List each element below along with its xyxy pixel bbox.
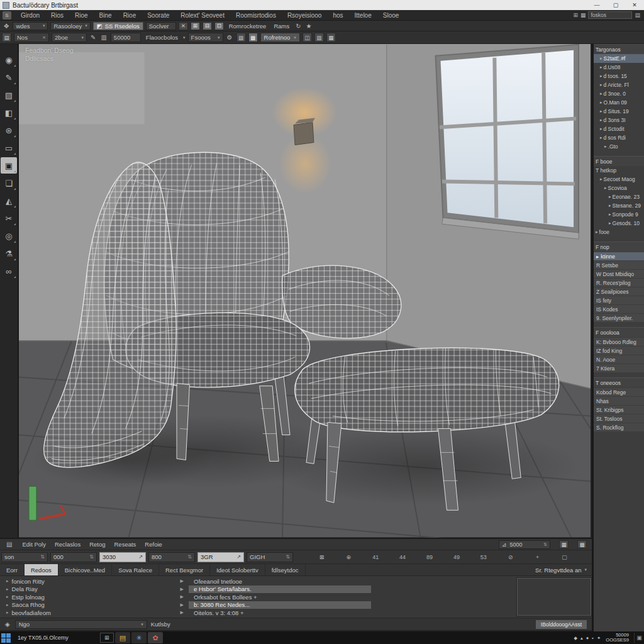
close-button[interactable]: ✕: [625, 0, 644, 10]
caret-icon[interactable]: ▸: [600, 65, 602, 70]
extra-header[interactable]: T oneeoos: [594, 377, 644, 387]
outliner-row[interactable]: ▸d.Us08: [594, 63, 644, 72]
tab-4[interactable]: Rect Bexgmor: [159, 564, 210, 575]
command-group-2[interactable]: ▸Estp lolnoag▶: [0, 593, 189, 601]
display-header[interactable]: F nop: [594, 242, 644, 252]
mode-dropdown[interactable]: Rasooloey▾: [50, 22, 90, 30]
outliner-row[interactable]: ▸d Aricte. Fl: [594, 80, 644, 89]
value-field[interactable]: 50000: [111, 33, 141, 42]
menu-item-0[interactable]: Girdon: [15, 10, 45, 20]
menu-item-11[interactable]: Slooe: [377, 10, 405, 20]
options-row[interactable]: N. Aooe: [594, 355, 644, 364]
tray-icon[interactable]: ◆: [574, 635, 577, 641]
snap-button-1[interactable]: ⊞: [191, 22, 200, 30]
tab-0[interactable]: Eorr: [0, 564, 25, 575]
region-button[interactable]: ◫: [303, 33, 312, 42]
grid-icon[interactable]: ▦: [580, 12, 586, 18]
link-tool[interactable]: ∞: [1, 263, 17, 279]
workspace-dropdown[interactable]: wdes▾: [13, 22, 48, 30]
maximize-button[interactable]: ▢: [606, 0, 625, 10]
files-app-icon[interactable]: ▤: [115, 632, 130, 643]
caret-icon[interactable]: ▸: [600, 126, 602, 131]
viewer-app-icon[interactable]: ✳: [131, 632, 147, 643]
spinner-icon[interactable]: ⇅: [543, 542, 547, 547]
menu-item-10[interactable]: Itteloe: [349, 10, 377, 20]
camera-icon[interactable]: ▥: [99, 34, 108, 41]
spinner-arrows-icon[interactable]: ⇅: [286, 554, 290, 560]
command-group-4[interactable]: ▸beovfadiafeom▶: [0, 609, 189, 617]
caret-icon[interactable]: ▸: [596, 230, 598, 235]
snap-button-3[interactable]: ⊡: [214, 22, 224, 30]
caret-icon[interactable]: ▸: [600, 177, 602, 182]
tab-3[interactable]: Sova Ralece: [112, 564, 159, 575]
keyframe-button[interactable]: ▦: [559, 540, 569, 548]
gear-icon[interactable]: ⚙: [226, 34, 234, 41]
grid-button[interactable]: ▦: [326, 33, 336, 42]
caret-icon[interactable]: ▸: [609, 194, 611, 199]
outliner-scene-header[interactable]: Targonaos: [594, 44, 644, 54]
paint-tool[interactable]: ◭: [1, 192, 17, 209]
caret-icon[interactable]: ▸: [600, 91, 602, 96]
menu-item-9[interactable]: hos: [327, 10, 348, 20]
add-icon[interactable]: +: [532, 554, 543, 560]
taskbar-clock[interactable]: 50009 OOGSES9: [602, 633, 633, 643]
display-row[interactable]: 9. Seenlynpiler.: [594, 314, 644, 322]
compass-icon[interactable]: ✥: [3, 23, 10, 30]
outliner-row[interactable]: ▸d 3noe. 0: [594, 89, 644, 98]
caret-icon[interactable]: ▸: [609, 221, 611, 226]
paint-app-icon[interactable]: ✿: [148, 632, 163, 643]
outliner-row[interactable]: ▸d Sctodit: [594, 125, 644, 133]
groups-subheader[interactable]: T hetkop: [594, 166, 644, 175]
properties-dropdown[interactable]: Sr. Rtegvttdea an▾: [530, 564, 592, 575]
filter-button[interactable]: ▩: [577, 540, 587, 548]
options-row[interactable]: IZ fod King: [594, 347, 644, 355]
caret-icon[interactable]: ▸: [600, 118, 602, 123]
selection-field[interactable]: Soclver: [146, 22, 176, 30]
snap-toggle-icon[interactable]: 44: [397, 554, 408, 560]
display-row[interactable]: R. Reces'pilog: [594, 279, 644, 287]
spinner-field-4[interactable]: 3GR↗: [197, 552, 244, 562]
menu-item-5[interactable]: Soorate: [142, 10, 175, 20]
caret-icon[interactable]: ▸: [600, 56, 602, 61]
command-group-3[interactable]: ▸Saoca Rhog▶: [0, 601, 189, 609]
caret-icon[interactable]: ▸: [600, 82, 602, 87]
command-group-1[interactable]: ▸Dela Riay▶: [0, 586, 189, 594]
sphere-tool[interactable]: ⊛: [1, 122, 17, 138]
tray-icon[interactable]: ●: [586, 635, 589, 641]
spinner-field-0[interactable]: son⇅: [1, 552, 48, 562]
minimize-button[interactable]: —: [587, 0, 606, 10]
modifier-tab-1[interactable]: Reclaslos: [55, 541, 80, 548]
modifier-tab-4[interactable]: Refoie: [145, 541, 162, 548]
frame-field[interactable]: ⊿ 5000 ⇅: [499, 540, 550, 549]
pattern-button-2[interactable]: ▩: [248, 33, 258, 42]
snap-button-2[interactable]: ⊟: [203, 22, 212, 30]
group-row[interactable]: ▸fooe: [594, 228, 644, 236]
material-dropdown[interactable]: Fsooos▾: [188, 33, 223, 42]
display-row[interactable]: Z Seailpioees: [594, 287, 644, 296]
display-row-selected[interactable]: ▸ktinne: [594, 252, 644, 260]
outliner-row[interactable]: ▸O.Man 09: [594, 98, 644, 107]
extra-row[interactable]: S. Rockflog: [594, 423, 644, 431]
command-item-2[interactable]: Orksabot fecs Bollees +: [189, 593, 371, 601]
tray-icon[interactable]: ▪: [592, 635, 594, 641]
outliner-row[interactable]: ▸.Gto: [594, 142, 644, 151]
outliner-row[interactable]: ▸S2tatE.#f: [594, 54, 644, 63]
modifier-tab-0[interactable]: Edit Poly: [22, 541, 46, 548]
start-button[interactable]: [0, 631, 11, 644]
spinner-arrows-icon[interactable]: ↗: [138, 554, 143, 560]
modifier-icon[interactable]: ▤: [5, 541, 13, 548]
pencil-icon[interactable]: ✎: [89, 34, 97, 41]
tab-6[interactable]: fdlseytdoc: [265, 564, 306, 575]
primitive-tool[interactable]: ◧: [1, 104, 17, 121]
menu-item-7[interactable]: Roomisrtodios: [230, 10, 282, 20]
caret-icon[interactable]: ▸: [600, 74, 602, 79]
surface-tool[interactable]: ▧: [1, 87, 17, 103]
pattern-button-1[interactable]: ▨: [236, 33, 246, 42]
snap-toggle-icon[interactable]: 89: [424, 554, 435, 560]
tab-5[interactable]: Ideot Soloberttv: [210, 564, 265, 575]
outliner-row[interactable]: ▸d sos Rdi: [594, 133, 644, 142]
command-item-3[interactable]: b: 3080 Rec Nedes...: [189, 601, 371, 609]
select-tool[interactable]: ◉: [1, 52, 17, 68]
favorite-star-icon[interactable]: ★: [305, 23, 313, 30]
caret-icon[interactable]: ▸: [609, 203, 611, 208]
